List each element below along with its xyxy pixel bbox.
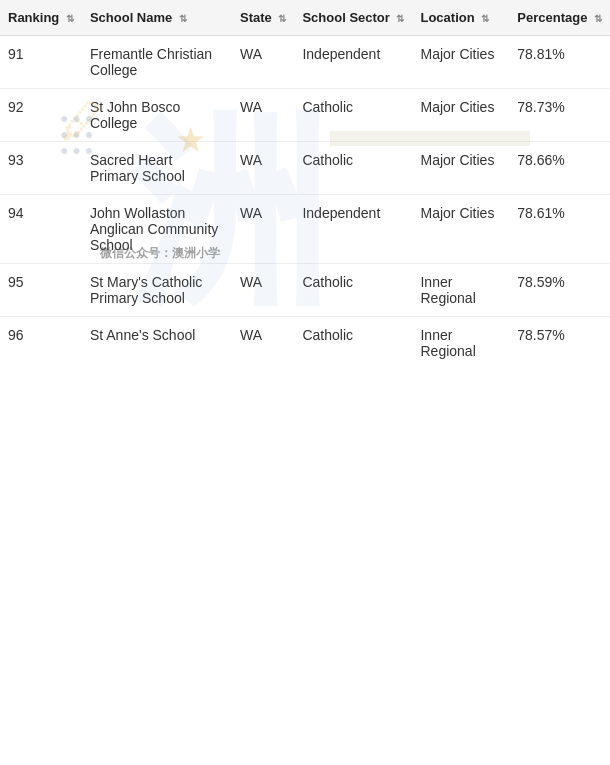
state-label: State — [240, 10, 272, 25]
school-name-cell: Sacred Heart Primary School — [82, 142, 232, 195]
ranking-cell: 93 — [0, 142, 82, 195]
sector-cell: Catholic — [294, 89, 412, 142]
ranking-cell: 95 — [0, 264, 82, 317]
table-container: ● ● ●● ● ●● ● ● 🖊 ★ ▬▬▬▬ 微信公众号：澳洲小学 ● ● … — [0, 0, 610, 369]
percentage-label: Percentage — [517, 10, 587, 25]
percentage-cell: 78.57% — [509, 317, 610, 370]
ranking-label: Ranking — [8, 10, 59, 25]
ranking-cell: 96 — [0, 317, 82, 370]
location-cell: Inner Regional — [412, 317, 509, 370]
col-header-state[interactable]: State ⇅ — [232, 0, 294, 36]
col-header-location[interactable]: Location ⇅ — [412, 0, 509, 36]
ranking-cell: 91 — [0, 36, 82, 89]
school-name-cell: St Mary's Catholic Primary School — [82, 264, 232, 317]
state-cell: WA — [232, 36, 294, 89]
percentage-cell: 78.73% — [509, 89, 610, 142]
location-cell: Major Cities — [412, 195, 509, 264]
state-cell: WA — [232, 89, 294, 142]
location-label: Location — [420, 10, 474, 25]
table-row: 96St Anne's SchoolWACatholicInner Region… — [0, 317, 610, 370]
col-header-school-name[interactable]: School Name ⇅ — [82, 0, 232, 36]
state-cell: WA — [232, 264, 294, 317]
location-cell: Major Cities — [412, 142, 509, 195]
sector-sort-icon[interactable]: ⇅ — [396, 13, 404, 24]
location-cell: Major Cities — [412, 36, 509, 89]
sector-cell: Independent — [294, 195, 412, 264]
percentage-sort-icon[interactable]: ⇅ — [594, 13, 602, 24]
col-header-percentage[interactable]: Percentage ⇅ — [509, 0, 610, 36]
ranking-cell: 94 — [0, 195, 82, 264]
location-cell: Inner Regional — [412, 264, 509, 317]
state-cell: WA — [232, 195, 294, 264]
sector-cell: Catholic — [294, 264, 412, 317]
col-header-sector[interactable]: School Sector ⇅ — [294, 0, 412, 36]
sector-cell: Catholic — [294, 317, 412, 370]
table-row: 93Sacred Heart Primary SchoolWACatholicM… — [0, 142, 610, 195]
col-header-ranking[interactable]: Ranking ⇅ — [0, 0, 82, 36]
location-sort-icon[interactable]: ⇅ — [481, 13, 489, 24]
school-name-cell: Fremantle Christian College — [82, 36, 232, 89]
ranking-cell: 92 — [0, 89, 82, 142]
table-header-row: Ranking ⇅ School Name ⇅ State ⇅ School S… — [0, 0, 610, 36]
school-name-sort-icon[interactable]: ⇅ — [179, 13, 187, 24]
school-name-label: School Name — [90, 10, 172, 25]
sector-label: School Sector — [302, 10, 389, 25]
school-name-cell: John Wollaston Anglican Community School — [82, 195, 232, 264]
state-sort-icon[interactable]: ⇅ — [278, 13, 286, 24]
school-name-cell: St John Bosco College — [82, 89, 232, 142]
school-name-cell: St Anne's School — [82, 317, 232, 370]
percentage-cell: 78.59% — [509, 264, 610, 317]
table-row: 91Fremantle Christian CollegeWAIndepende… — [0, 36, 610, 89]
percentage-cell: 78.61% — [509, 195, 610, 264]
ranking-sort-icon[interactable]: ⇅ — [66, 13, 74, 24]
sector-cell: Independent — [294, 36, 412, 89]
table-row: 95St Mary's Catholic Primary SchoolWACat… — [0, 264, 610, 317]
state-cell: WA — [232, 142, 294, 195]
table-row: 92St John Bosco CollegeWACatholicMajor C… — [0, 89, 610, 142]
rankings-table: Ranking ⇅ School Name ⇅ State ⇅ School S… — [0, 0, 610, 369]
percentage-cell: 78.66% — [509, 142, 610, 195]
percentage-cell: 78.81% — [509, 36, 610, 89]
table-row: 94John Wollaston Anglican Community Scho… — [0, 195, 610, 264]
state-cell: WA — [232, 317, 294, 370]
location-cell: Major Cities — [412, 89, 509, 142]
sector-cell: Catholic — [294, 142, 412, 195]
